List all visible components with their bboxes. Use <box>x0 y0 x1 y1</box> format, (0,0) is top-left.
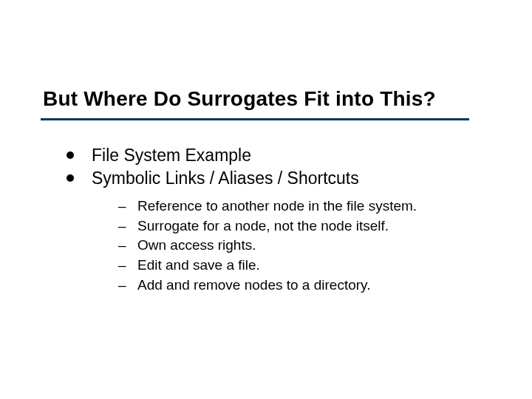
bullet-icon <box>66 151 74 159</box>
sub-bullet-text: Add and remove nodes to a directory. <box>137 276 370 295</box>
slide: But Where Do Surrogates Fit into This? F… <box>0 0 532 399</box>
list-item: – Surrogate for a node, not the node its… <box>118 217 502 236</box>
dash-icon: – <box>118 236 124 255</box>
sub-bullet-text: Own access rights. <box>137 236 256 255</box>
sub-bullet-text: Surrogate for a node, not the node itsel… <box>137 217 389 236</box>
bullet-text: Symbolic Links / Aliases / Shortcuts <box>92 168 359 189</box>
slide-content: File System Example Symbolic Links / Ali… <box>66 145 502 296</box>
list-item: – Own access rights. <box>118 236 502 255</box>
dash-icon: – <box>118 256 124 275</box>
sub-bullet-text: Edit and save a file. <box>137 256 260 275</box>
dash-icon: – <box>118 276 124 295</box>
list-item: – Edit and save a file. <box>118 256 502 275</box>
list-item: – Add and remove nodes to a directory. <box>118 276 502 295</box>
bullet-icon <box>66 174 74 182</box>
sub-list: – Reference to another node in the file … <box>118 197 502 294</box>
list-item: – Reference to another node in the file … <box>118 197 502 216</box>
dash-icon: – <box>118 197 124 216</box>
dash-icon: – <box>118 217 124 236</box>
list-item: Symbolic Links / Aliases / Shortcuts <box>66 168 502 189</box>
sub-bullet-text: Reference to another node in the file sy… <box>137 197 417 216</box>
slide-title: But Where Do Surrogates Fit into This? <box>43 87 501 111</box>
bullet-text: File System Example <box>92 145 251 166</box>
list-item: File System Example <box>66 145 502 166</box>
title-divider <box>41 118 469 120</box>
